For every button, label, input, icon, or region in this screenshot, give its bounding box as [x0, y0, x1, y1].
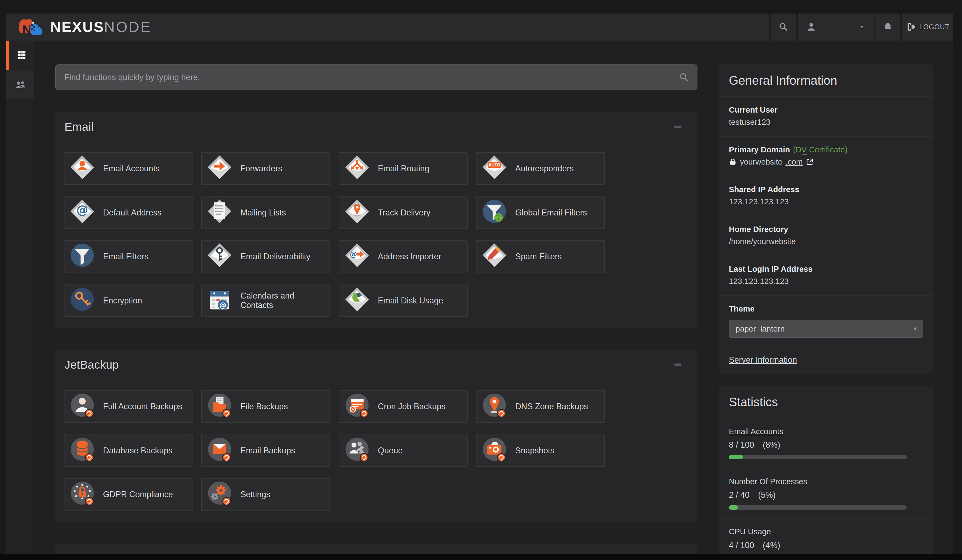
app-item-full-account-backups[interactable]: Full Account Backups — [64, 390, 193, 423]
app-item-snapshots[interactable]: Snapshots — [476, 434, 605, 467]
app-item-gdpr-compliance[interactable]: GDPR Compliance — [64, 478, 193, 511]
app-item-email-backups[interactable]: Email Backups — [201, 434, 330, 467]
server-information-link[interactable]: Server Information — [729, 355, 797, 364]
certificate-badge[interactable]: (DV Certificate) — [793, 145, 847, 154]
section-title: Email — [65, 120, 94, 134]
metric-label-link[interactable]: Email Accounts — [729, 426, 783, 437]
app-item-label: Autoresponders — [515, 164, 574, 173]
section-email: EmailEmail AccountsForwardersEmail Routi… — [55, 112, 697, 328]
info-label: Last Login IP Address — [729, 263, 923, 275]
autoresponders-icon: AUTO — [481, 154, 508, 183]
general-information-title: General Information — [719, 65, 933, 97]
svg-text:AUTO: AUTO — [489, 163, 500, 168]
caret-down-icon — [859, 25, 865, 29]
svg-text:@: @ — [220, 301, 226, 309]
collapse-section-button[interactable] — [674, 363, 681, 366]
metric-progress-fill — [729, 455, 743, 459]
sidebar — [6, 40, 34, 560]
info-row-home-directory: Home Directory /home/yourwebsite — [719, 216, 933, 256]
app-item-global-email-filters[interactable]: Global Email Filters — [476, 196, 605, 229]
app-item-queue[interactable]: Queue — [339, 434, 468, 467]
info-value: 123.123.123.123 — [729, 195, 923, 208]
app-item-cron-job-backups[interactable]: Cron Job Backups — [339, 390, 468, 423]
search-icon — [778, 22, 789, 32]
function-search-input[interactable] — [55, 65, 697, 90]
collapse-section-button[interactable] — [674, 126, 681, 128]
app-item-file-backups[interactable]: File Backups — [201, 390, 330, 423]
section-header: Email — [55, 112, 697, 142]
app-item-label: Email Backups — [240, 446, 295, 455]
section-title: JetBackup — [65, 358, 119, 371]
app-item-encryption[interactable]: Encryption — [64, 284, 193, 317]
header-search-button[interactable] — [771, 13, 796, 40]
app-item-label: Email Filters — [103, 252, 148, 261]
svg-text:N: N — [23, 23, 31, 37]
app-item-dns-zone-backups[interactable]: DNS Zone Backups — [476, 390, 605, 423]
section-header: JetBackup — [55, 350, 697, 380]
caret-down-icon: ▾ — [914, 325, 917, 332]
app-item-address-importer[interactable]: @Address Importer — [339, 240, 468, 273]
app-item-autoresponders[interactable]: AUTOAutoresponders — [476, 152, 605, 185]
logout-button[interactable]: LOGOUT — [902, 13, 953, 40]
theme-select[interactable]: paper_lantern ▾ — [729, 320, 923, 338]
email-filters-icon — [69, 242, 96, 271]
info-value: testuser123 — [729, 116, 923, 128]
app-window: N NEXUSNODE LOGOUT — [6, 13, 954, 560]
info-label: Primary Domain(DV Certificate) — [729, 144, 923, 156]
info-row-current-user: Current User testuser123 — [719, 97, 933, 137]
app-item-default-address[interactable]: @Default Address — [64, 196, 193, 229]
info-row-shared-ip: Shared IP Address 123.123.123.123 — [719, 176, 933, 216]
app-item-track-delivery[interactable]: Track Delivery — [339, 196, 468, 229]
calendars-and-contacts-icon: @ — [206, 286, 233, 315]
app-item-label: GDPR Compliance — [103, 490, 173, 499]
app-item-database-backups[interactable]: Database Backups — [64, 434, 193, 467]
app-item-email-accounts[interactable]: Email Accounts — [64, 152, 193, 185]
notifications-button[interactable] — [875, 13, 900, 40]
metric-usage: 4 / 100(4%) — [729, 541, 923, 550]
app-item-calendars-and-contacts[interactable]: @Calendars and Contacts — [201, 284, 330, 317]
external-link-icon[interactable] — [806, 158, 814, 166]
metric-usage: 2 / 40(5%) — [729, 490, 923, 500]
right-sidebar: General Information Current User testuse… — [719, 40, 933, 560]
search-icon — [678, 72, 689, 83]
app-item-email-deliverability[interactable]: Email Deliverability — [201, 240, 330, 273]
app-item-label: Spam Filters — [515, 252, 562, 261]
info-value: 123.123.123.123 — [729, 275, 923, 287]
app-item-settings[interactable]: Settings — [201, 478, 330, 511]
metric-usage: 8 / 100(8%) — [729, 440, 923, 450]
primary-domain-link[interactable]: .com — [786, 156, 803, 168]
metric-label: CPU Usage — [729, 526, 771, 537]
sidebar-item-dashboard[interactable] — [6, 40, 34, 70]
app-item-mailing-lists[interactable]: Mailing Lists — [201, 196, 330, 229]
brand-logo[interactable]: N NEXUSNODE — [6, 13, 770, 40]
email-deliverability-icon — [206, 242, 233, 271]
app-item-label: Encryption — [103, 296, 142, 305]
queue-icon — [344, 436, 371, 465]
app-item-label: Forwarders — [240, 164, 282, 173]
statistics-metrics: Email Accounts8 / 100(8%)Number Of Proce… — [719, 418, 933, 560]
app-item-spam-filters[interactable]: Spam Filters — [476, 240, 605, 273]
default-address-icon: @ — [69, 198, 96, 228]
app-item-label: File Backups — [240, 402, 288, 411]
app-item-email-routing[interactable]: Email Routing — [339, 152, 468, 185]
metric-progress-track — [729, 455, 907, 459]
app-item-label: Full Account Backups — [103, 402, 182, 411]
app-item-email-filters[interactable]: Email Filters — [64, 240, 193, 273]
user-menu[interactable] — [797, 13, 874, 40]
info-value: /home/yourwebsite — [729, 235, 923, 247]
bottom-edge — [0, 554, 962, 560]
info-label: Current User — [729, 104, 923, 116]
app-item-forwarders[interactable]: Forwarders — [201, 152, 330, 185]
sidebar-item-user-manager[interactable] — [6, 70, 34, 99]
logout-label: LOGOUT — [919, 23, 949, 31]
statistics-panel: Statistics Email Accounts8 / 100(8%)Numb… — [719, 386, 933, 560]
info-label: Shared IP Address — [729, 183, 923, 195]
address-importer-icon: @ — [344, 242, 371, 271]
app-item-email-disk-usage[interactable]: Email Disk Usage — [339, 284, 468, 317]
app-item-label: Cron Job Backups — [378, 402, 445, 411]
app-item-label: Snapshots — [515, 446, 555, 455]
svg-text:@: @ — [76, 203, 88, 216]
snapshots-icon — [481, 436, 508, 465]
forwarders-icon — [206, 154, 233, 183]
email-disk-usage-icon — [344, 286, 371, 315]
